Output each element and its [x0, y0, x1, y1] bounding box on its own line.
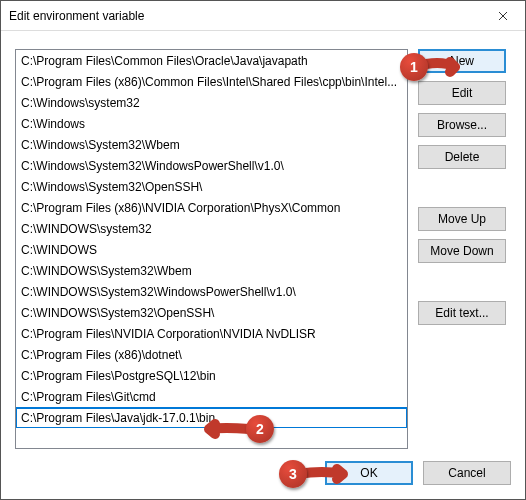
path-list-item[interactable]: C:\Windows: [16, 113, 407, 134]
dialog-content: C:\Program Files\Common Files\Oracle\Jav…: [1, 31, 525, 499]
path-edit-input[interactable]: [17, 409, 406, 428]
path-list-item[interactable]: C:\Program Files (x86)\Common Files\Inte…: [16, 71, 407, 92]
path-listbox[interactable]: C:\Program Files\Common Files\Oracle\Jav…: [15, 49, 408, 449]
edit-button[interactable]: Edit: [418, 81, 506, 105]
move-up-button[interactable]: Move Up: [418, 207, 506, 231]
cancel-button[interactable]: Cancel: [423, 461, 511, 485]
titlebar: Edit environment variable: [1, 1, 525, 31]
path-list-item-selected[interactable]: [16, 407, 407, 428]
path-list-item[interactable]: C:\WINDOWS\System32\WindowsPowerShell\v1…: [16, 281, 407, 302]
path-list-item[interactable]: C:\Program Files\NVIDIA Corporation\NVID…: [16, 323, 407, 344]
path-list-item[interactable]: C:\WINDOWS\system32: [16, 218, 407, 239]
path-list-item[interactable]: C:\Program Files\Common Files\Oracle\Jav…: [16, 50, 407, 71]
path-list-item[interactable]: C:\WINDOWS\System32\Wbem: [16, 260, 407, 281]
close-button[interactable]: [480, 1, 525, 31]
path-list-item[interactable]: C:\Windows\System32\Wbem: [16, 134, 407, 155]
path-list-item[interactable]: C:\Windows\System32\WindowsPowerShell\v1…: [16, 155, 407, 176]
main-area: C:\Program Files\Common Files\Oracle\Jav…: [15, 49, 511, 449]
path-list-item[interactable]: C:\Program Files\Git\cmd: [16, 386, 407, 407]
path-list-item[interactable]: C:\WINDOWS\System32\OpenSSH\: [16, 302, 407, 323]
move-down-button[interactable]: Move Down: [418, 239, 506, 263]
browse-button[interactable]: Browse...: [418, 113, 506, 137]
edit-text-button[interactable]: Edit text...: [418, 301, 506, 325]
path-list-item[interactable]: C:\Windows\system32: [16, 92, 407, 113]
delete-button[interactable]: Delete: [418, 145, 506, 169]
path-list-item[interactable]: C:\Program Files\PostgreSQL\12\bin: [16, 365, 407, 386]
path-list-item[interactable]: C:\Windows\System32\OpenSSH\: [16, 176, 407, 197]
button-column: New Edit Browse... Delete Move Up Move D…: [418, 49, 506, 449]
ok-button[interactable]: OK: [325, 461, 413, 485]
path-list-item[interactable]: C:\Program Files (x86)\NVIDIA Corporatio…: [16, 197, 407, 218]
footer: OK Cancel: [325, 461, 511, 485]
new-button[interactable]: New: [418, 49, 506, 73]
path-list-item[interactable]: C:\WINDOWS: [16, 239, 407, 260]
close-icon: [498, 11, 508, 21]
window-title: Edit environment variable: [9, 9, 144, 23]
path-list-item[interactable]: C:\Program Files (x86)\dotnet\: [16, 344, 407, 365]
